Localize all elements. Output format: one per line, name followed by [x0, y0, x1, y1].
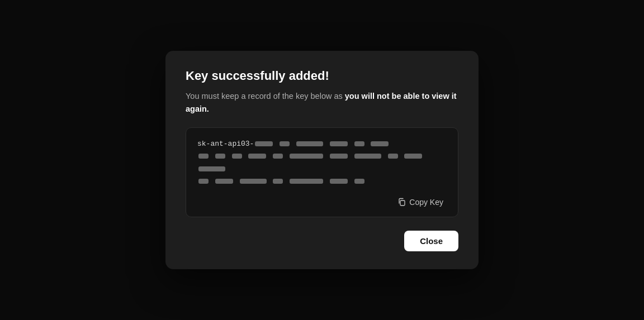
key-prefix: sk-ant-api03-	[197, 140, 254, 148]
key-segment	[248, 154, 266, 159]
key-segment	[371, 141, 389, 146]
modal-footer: Close	[186, 231, 458, 251]
api-key-box: sk-ant-api03-	[186, 127, 458, 217]
key-segment	[330, 141, 348, 146]
svg-rect-0	[400, 200, 405, 206]
key-segment	[255, 141, 273, 146]
modal-dialog: Key successfully added! You must keep a …	[165, 51, 479, 269]
copy-key-label: Copy Key	[409, 198, 443, 207]
key-segment	[273, 179, 283, 184]
key-segment	[215, 179, 233, 184]
key-segment	[198, 166, 225, 171]
copy-key-button[interactable]: Copy Key	[394, 195, 447, 209]
key-segment	[330, 154, 348, 159]
key-segment	[215, 154, 225, 159]
key-segment	[388, 154, 398, 159]
key-segment	[280, 141, 290, 146]
key-segment	[198, 154, 209, 159]
copy-icon	[397, 198, 406, 206]
key-segment	[240, 179, 267, 184]
key-segment	[273, 154, 283, 159]
key-segment	[290, 154, 323, 159]
key-segment	[354, 141, 364, 146]
key-segment	[296, 141, 323, 146]
key-segment	[404, 154, 422, 159]
close-button[interactable]: Close	[404, 231, 458, 251]
modal-title: Key successfully added!	[186, 69, 458, 83]
copy-key-row: Copy Key	[197, 195, 447, 209]
key-segment	[198, 179, 209, 184]
key-segment	[330, 179, 348, 184]
key-segment	[354, 179, 364, 184]
api-key-text: sk-ant-api03-	[197, 138, 447, 187]
key-segment	[232, 154, 242, 159]
key-segment	[290, 179, 323, 184]
modal-overlay: Key successfully added! You must keep a …	[0, 0, 644, 320]
modal-description: You must keep a record of the key below …	[186, 90, 458, 115]
key-segment	[354, 154, 381, 159]
